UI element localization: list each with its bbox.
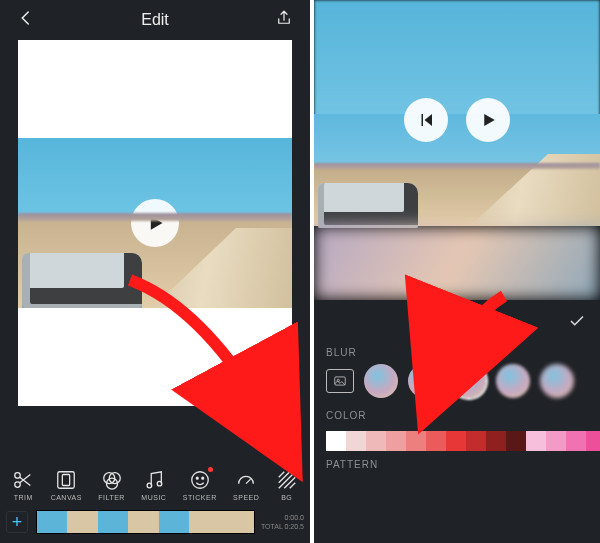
background-icon — [276, 469, 298, 491]
share-button[interactable] — [270, 9, 298, 32]
color-swatch-5[interactable] — [426, 431, 446, 451]
color-swatch-11[interactable] — [546, 431, 566, 451]
blur-option-2[interactable] — [452, 364, 486, 398]
color-swatch-0[interactable] — [326, 431, 346, 451]
color-swatch-8[interactable] — [486, 431, 506, 451]
color-swatch-6[interactable] — [446, 431, 466, 451]
canvas-icon — [55, 469, 77, 491]
svg-rect-3 — [63, 475, 70, 486]
confirm-button[interactable] — [568, 312, 586, 333]
play-button[interactable] — [466, 98, 510, 142]
canvas-padding-top — [18, 40, 292, 138]
topbar: Edit — [0, 0, 310, 40]
section-label-blur: BLUR — [314, 339, 600, 364]
music-icon — [143, 469, 165, 491]
tool-music[interactable]: MUSIC — [141, 469, 166, 501]
notification-dot — [208, 467, 213, 472]
blur-option-3[interactable] — [496, 364, 530, 398]
add-clip-button[interactable]: + — [6, 511, 28, 533]
video-canvas[interactable] — [18, 40, 292, 406]
video-frame — [18, 138, 292, 308]
canvas-padding-bottom — [18, 308, 292, 406]
tool-label: SPEED — [233, 494, 259, 501]
blur-option-1[interactable] — [408, 364, 442, 398]
filter-icon — [101, 469, 123, 491]
pick-image-button[interactable] — [326, 369, 354, 393]
tool-label: BG — [281, 494, 292, 501]
color-swatch-2[interactable] — [366, 431, 386, 451]
blur-option-4[interactable] — [540, 364, 574, 398]
color-swatch-9[interactable] — [506, 431, 526, 451]
play-button[interactable] — [131, 199, 179, 247]
tool-speed[interactable]: SPEED — [233, 469, 259, 501]
sticker-icon — [189, 469, 211, 491]
color-swatch-13[interactable] — [586, 431, 600, 451]
tool-label: TRIM — [14, 494, 33, 501]
color-swatch-7[interactable] — [466, 431, 486, 451]
tool-canvas[interactable]: CANVAS — [51, 469, 82, 501]
tool-label: FILTER — [98, 494, 125, 501]
section-label-pattern: PATTERN — [314, 451, 600, 476]
speed-icon — [235, 469, 257, 491]
svg-point-0 — [15, 473, 21, 479]
color-swatch-10[interactable] — [526, 431, 546, 451]
screen-background-panel: Background BLUR COLOR PATTERN — [314, 0, 600, 543]
section-label-color: COLOR — [314, 402, 600, 427]
time-current: 0:00.0 — [261, 514, 304, 521]
tool-filter[interactable]: FILTER — [98, 469, 125, 501]
toolbar: TRIM CANVAS FILTER MUSIC STICKER SPE — [0, 469, 310, 501]
screen-edit: Edit TRIM CANVAS — [0, 0, 310, 543]
blur-option-0[interactable] — [364, 364, 398, 398]
back-button[interactable] — [12, 9, 40, 32]
tool-bg[interactable]: BG — [276, 469, 298, 501]
svg-point-8 — [157, 481, 162, 486]
playback-controls — [404, 98, 510, 142]
tool-trim[interactable]: TRIM — [12, 469, 34, 501]
panel-header: Background — [314, 300, 600, 339]
color-swatch-1[interactable] — [346, 431, 366, 451]
prev-button[interactable] — [404, 98, 448, 142]
svg-point-1 — [15, 482, 21, 488]
page-title: Edit — [40, 11, 270, 29]
panel-title: Background — [421, 315, 496, 331]
scissors-icon — [12, 469, 34, 491]
color-swatch-4[interactable] — [406, 431, 426, 451]
timeline-meta: 0:00.0 TOTAL 0:20.5 — [261, 514, 304, 530]
color-swatch-12[interactable] — [566, 431, 586, 451]
timeline: + 0:00.0 TOTAL 0:20.5 — [0, 507, 310, 537]
tool-sticker[interactable]: STICKER — [183, 469, 217, 501]
color-swatch-3[interactable] — [386, 431, 406, 451]
tool-label: STICKER — [183, 494, 217, 501]
svg-point-10 — [196, 477, 198, 479]
timeline-strip[interactable] — [36, 510, 255, 534]
svg-point-9 — [192, 472, 209, 489]
color-swatches — [314, 427, 600, 451]
tool-label: MUSIC — [141, 494, 166, 501]
tool-label: CANVAS — [51, 494, 82, 501]
svg-point-11 — [202, 477, 204, 479]
preview-area[interactable] — [314, 0, 600, 300]
blur-options — [314, 364, 600, 402]
